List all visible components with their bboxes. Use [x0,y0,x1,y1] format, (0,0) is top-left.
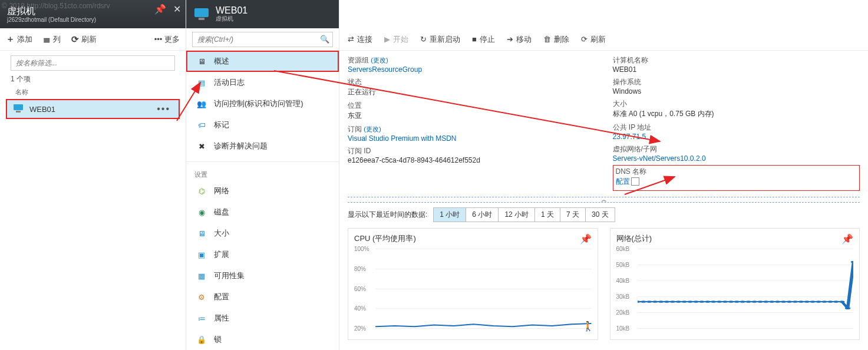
refresh-right-label: 刷新 [590,34,606,45]
stop-button[interactable]: ■停止 [472,34,495,45]
svg-point-20 [728,301,734,303]
nav-activity-log[interactable]: ▤活动日志 [186,72,339,93]
nav-separator [186,161,339,162]
svg-point-17 [711,301,717,303]
svg-rect-3 [199,18,204,20]
more-button[interactable]: ••• 更多 [154,34,180,45]
rg-value[interactable]: ServersResourceGroup [348,65,422,74]
diagnose-icon: ✖ [196,142,207,151]
add-label: 添加 [17,34,32,45]
nav-disks[interactable]: ◉磁盘 [186,202,339,223]
properties-icon: ≔ [196,314,207,323]
columns-icon: ≣ [43,34,51,45]
close-icon[interactable]: ✕ [173,4,181,15]
delete-button[interactable]: 🗑删除 [543,34,569,45]
nav-diagnose[interactable]: ✖诊断并解决问题 [186,136,339,157]
move-button[interactable]: ➔移动 [507,34,532,45]
resource-title: WEB01 [216,5,247,15]
status-value: 正在运行 [348,88,376,96]
vm-icon [13,104,24,115]
size-icon: 🖥 [196,229,207,238]
start-button[interactable]: ▶开始 [384,34,408,45]
nav-tags[interactable]: 🏷标记 [186,114,339,136]
net-tick-60: 60kB [616,246,630,252]
time-1h[interactable]: 1 小时 [434,208,466,222]
blade-head-left: 虚拟机 j2629zdhotmail (Default Directory) 📌… [0,0,186,28]
pin-net-icon[interactable]: 📌 [841,233,853,245]
refresh-label: 刷新 [81,34,97,45]
chart-cpu[interactable]: CPU (平均使用率) 📌 100% 80% 60% 40% 20% 🚶 [348,228,598,340]
nav-networking[interactable]: ⌬网络 [186,180,339,202]
refresh-button[interactable]: ⟳刷新 [71,34,97,45]
sub-label: 订阅 [348,125,362,133]
nav-size-label: 大小 [214,228,229,239]
nav-config[interactable]: ⚙配置 [186,286,339,308]
comp-label: 计算机名称 [613,56,648,64]
props-right-col: 计算机名称WEB01 操作系统Windows 大小标准 A0 (1 vcpu，0… [613,55,860,194]
nav-properties[interactable]: ≔属性 [186,308,339,329]
columns-button[interactable]: ≣列 [43,34,61,45]
pin-icon[interactable]: 📌 [154,4,166,15]
time-6h[interactable]: 6 小时 [466,208,499,222]
start-label: 开始 [393,34,408,45]
network-icon: ⌬ [196,187,207,196]
vm-icon-large [193,6,210,22]
pin-cpu-icon[interactable]: 📌 [580,233,592,245]
nav-extensions[interactable]: ▣扩展 [186,244,339,265]
sub-edit-link[interactable]: (更改) [364,126,381,133]
nav-overview[interactable]: 🖥概述 [186,51,339,72]
time-30d[interactable]: 30 天 [586,208,615,222]
sub-value[interactable]: Visual Studio Premium with MSDN [348,134,457,143]
props-left-col: 资源组 (更改)ServersResourceGroup 状态正在运行 位置东亚… [348,55,595,194]
svg-point-41 [850,261,853,263]
vm-row-web01[interactable]: WEB01 ••• [6,99,180,119]
dns-configure-link[interactable]: 配置 [616,177,630,186]
svg-point-8 [658,301,664,303]
chart-network[interactable]: 网络(总计) 📌 60kB 50kB 40kB 30kB 20kB 10kB [610,228,860,340]
nav-group-settings: 设置 [186,167,339,180]
svg-point-25 [757,301,763,303]
collapse-bar[interactable]: ︽ [348,197,860,203]
svg-point-13 [687,301,693,303]
nav-iam-label: 访问控制(标识和访问管理) [214,98,303,109]
right-cmdbar: ⇄连接 ▶开始 ↻重新启动 ■停止 ➔移动 🗑删除 ⟳刷新 [339,28,868,51]
time-12h[interactable]: 12 小时 [499,208,535,222]
pip-value[interactable]: 23.97.71.5 [613,133,646,141]
nav-locks[interactable]: 🔒锁 [186,329,339,350]
disk-icon: ◉ [196,208,207,217]
nav-iam[interactable]: 👥访问控制(标识和访问管理) [186,93,339,114]
copy-icon[interactable] [632,179,639,186]
restart-button[interactable]: ↻重新启动 [420,34,460,45]
add-button[interactable]: ＋添加 [6,34,32,45]
svg-point-36 [821,301,827,303]
chart-net-title: 网络(总计) [616,233,854,244]
net-tick-50: 50kB [616,262,630,268]
connect-button[interactable]: ⇄连接 [348,34,372,45]
time-1d[interactable]: 1 天 [535,208,560,222]
svg-point-21 [734,301,740,303]
svg-point-33 [804,301,810,303]
subid-value: e126eea7-c5ca-4d78-8943-464612ef552d [348,156,480,164]
svg-point-9 [664,301,669,303]
refresh-button-right[interactable]: ⟳刷新 [581,34,606,45]
extensions-icon: ▣ [196,250,207,259]
col-header-name: 名称 [15,88,175,97]
refresh-icon: ⟳ [71,34,79,45]
svg-point-27 [769,301,775,303]
nav-avset[interactable]: ▦可用性集 [186,265,339,286]
context-menu-icon[interactable]: ••• [157,104,170,114]
time-range-label: 显示以下最近时间的数据: [348,210,427,220]
columns-label: 列 [53,34,61,45]
charts-row: CPU (平均使用率) 📌 100% 80% 60% 40% 20% 🚶 网络(… [339,228,868,340]
rg-edit-link[interactable]: (更改) [371,57,388,64]
vnet-value[interactable]: Servers-vNet/Servers10.0.2.0 [613,154,706,163]
net-tick-40: 40kB [616,278,630,284]
svg-rect-0 [14,104,23,110]
svg-point-35 [816,301,821,303]
filter-input[interactable] [11,55,175,71]
menu-search-input[interactable] [192,32,333,47]
nav-config-label: 配置 [214,292,229,302]
time-7d[interactable]: 7 天 [560,208,586,222]
nav-size[interactable]: 🖥大小 [186,223,339,244]
blade-controls: 📌 ✕ [154,4,181,15]
